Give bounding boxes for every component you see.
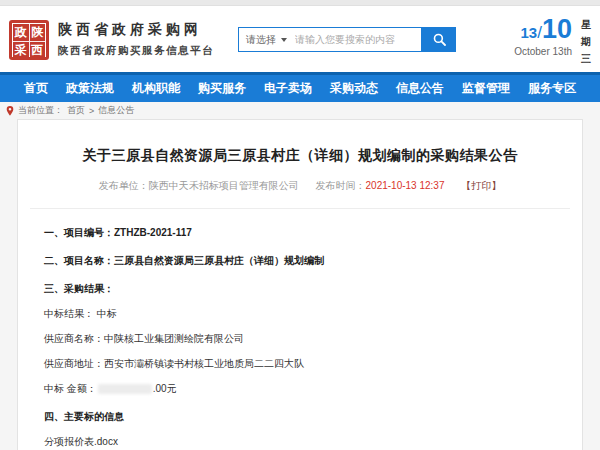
bid-result-value: 中标 <box>97 308 117 319</box>
breadcrumb-separator: > <box>89 106 94 116</box>
seal-characters: 政 陕 采 西 <box>12 23 46 57</box>
date-day: 13 <box>521 24 538 41</box>
site-header: 政 陕 采 西 陕西省政府采购网 陕西省政府购买服务信息平台 请选择 13/10 <box>0 6 600 72</box>
announcement-card: 关于三原县自然资源局三原县村庄（详细）规划编制的采购结果公告 发布单位：陕西中天… <box>17 119 583 450</box>
date-numbers: 13/10 <box>514 14 572 45</box>
breadcrumb-label: 当前位置： <box>18 104 63 117</box>
seal-char-tr: 陕 <box>30 24 46 41</box>
site-logo-seal[interactable]: 政 陕 采 西 <box>9 20 49 60</box>
project-number-value: ZTHZB-2021-117 <box>114 227 192 238</box>
award-amount-label: 中标 金额： <box>44 383 97 394</box>
nav-item-emarket[interactable]: 电子卖场 <box>264 75 312 102</box>
print-button[interactable]: 【打印】 <box>461 180 501 191</box>
nav-item-procurement-news[interactable]: 采购动态 <box>330 75 378 102</box>
seal-char-tl: 政 <box>13 24 29 41</box>
search-button[interactable] <box>422 27 456 52</box>
redacted-amount <box>98 384 152 394</box>
main-nav: 首页 政策法规 机构职能 购买服务 电子卖场 采购动态 信息公告 监督管理 服务… <box>0 72 600 102</box>
project-number-label: 一、项目编号： <box>44 227 114 238</box>
date-display: 13/10 October 13th <box>514 14 572 57</box>
section-main-subject-info: 四、主要标的信息 <box>44 410 556 424</box>
bid-result-line: 中标结果： 中标 <box>44 307 556 321</box>
publish-time-label: 发布时间： <box>316 180 366 191</box>
announcement-title: 关于三原县自然资源局三原县村庄（详细）规划编制的采购结果公告 <box>18 147 582 165</box>
search-category-select[interactable]: 请选择 <box>239 28 295 51</box>
weekday-char: 星 <box>581 18 591 32</box>
publisher-label: 发布单位： <box>99 180 149 191</box>
supplier-address-label: 供应商地址： <box>44 358 104 369</box>
seal-char-bl: 采 <box>13 42 29 59</box>
award-amount-suffix: .00元 <box>153 383 177 394</box>
award-amount-line: 中标 金额：.00元 <box>44 382 556 396</box>
site-title: 陕西省政府采购网 <box>58 21 214 39</box>
project-name-value: 三原县自然资源局三原县村庄（详细）规划编制 <box>114 255 324 266</box>
supplier-name-line: 供应商名称：中陕核工业集团测绘院有限公司 <box>44 332 556 346</box>
section-procurement-result: 三、采购结果： <box>44 282 556 296</box>
announcement-meta: 发布单位：陕西中天禾招标项目管理有限公司 发布时间：2021-10-13 12:… <box>18 179 582 193</box>
breadcrumb: 当前位置： 首页 > 信息公告 <box>0 102 600 119</box>
location-pin-icon <box>6 106 14 116</box>
supplier-address-value: 西安市灞桥镇读书村核工业地质局二二四大队 <box>104 358 304 369</box>
project-name-label: 二、项目名称： <box>44 255 114 266</box>
nav-item-supervision[interactable]: 监督管理 <box>462 75 510 102</box>
search-input[interactable] <box>295 28 421 51</box>
section-project-number: 一、项目编号：ZTHZB-2021-117 <box>44 226 556 240</box>
nav-item-purchase-services[interactable]: 购买服务 <box>198 75 246 102</box>
site-subtitle: 陕西省政府购买服务信息平台 <box>58 44 214 58</box>
nav-item-functions[interactable]: 机构职能 <box>132 75 180 102</box>
date-english: October 13th <box>514 46 572 57</box>
attachment-link[interactable]: 分项报价表.docx <box>44 435 556 449</box>
supplier-name-label: 供应商名称： <box>44 333 104 344</box>
weekday-char: 三 <box>581 52 591 66</box>
search-icon <box>433 33 446 46</box>
nav-item-service-zone[interactable]: 服务专区 <box>528 75 576 102</box>
breadcrumb-current: 信息公告 <box>98 104 134 117</box>
search-select-label: 请选择 <box>246 33 276 47</box>
section-project-name: 二、项目名称：三原县自然资源局三原县村庄（详细）规划编制 <box>44 254 556 268</box>
supplier-address-line: 供应商地址：西安市灞桥镇读书村核工业地质局二二四大队 <box>44 357 556 371</box>
nav-item-policies[interactable]: 政策法规 <box>66 75 114 102</box>
publish-time-value: 2021-10-13 12:37 <box>366 180 445 191</box>
weekday-vertical: 星 期 三 <box>581 18 591 66</box>
date-month: 10 <box>542 14 572 44</box>
announcement-body: 一、项目编号：ZTHZB-2021-117 二、项目名称：三原县自然资源局三原县… <box>18 209 582 450</box>
search-bar: 请选择 <box>238 27 456 52</box>
publisher-value: 陕西中天禾招标项目管理有限公司 <box>149 180 299 191</box>
search-box: 请选择 <box>238 27 422 52</box>
chevron-down-icon <box>281 38 287 42</box>
weekday-char: 期 <box>581 35 591 49</box>
bid-result-label: 中标结果： <box>44 308 94 319</box>
breadcrumb-home-link[interactable]: 首页 <box>67 104 85 117</box>
supplier-name-value: 中陕核工业集团测绘院有限公司 <box>104 333 244 344</box>
nav-item-home[interactable]: 首页 <box>24 75 48 102</box>
nav-item-announcements[interactable]: 信息公告 <box>396 75 444 102</box>
seal-char-br: 西 <box>30 42 46 59</box>
site-titles: 陕西省政府采购网 陕西省政府购买服务信息平台 <box>58 21 214 58</box>
